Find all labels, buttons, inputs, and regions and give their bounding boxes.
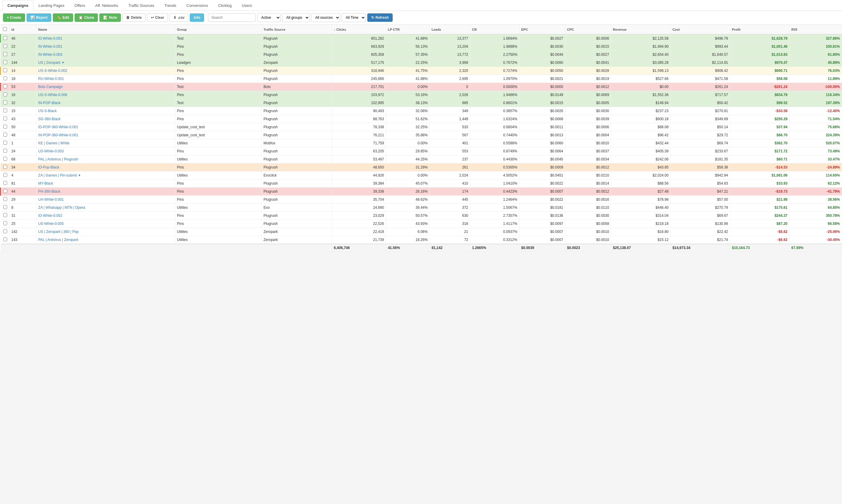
header-leads[interactable]: Leads <box>429 25 470 34</box>
cell-name[interactable]: Bots Campaign <box>36 83 175 91</box>
tab-users[interactable]: Users <box>237 0 257 11</box>
row-checkbox[interactable] <box>3 101 7 104</box>
cell-name[interactable]: US | Zeropark | 360 | Pop <box>36 228 175 236</box>
header-name[interactable]: Name <box>36 25 175 34</box>
cell-name[interactable]: IN-White-0.003 <box>36 51 175 59</box>
row-checkbox[interactable] <box>3 68 7 72</box>
csv-button[interactable]: ⬇ .csv <box>170 14 188 22</box>
row-checkbox[interactable] <box>3 205 7 209</box>
cell-name[interactable]: US-White-0.003 <box>36 147 175 155</box>
cell-name[interactable]: US-S-White-0.002 <box>36 67 175 75</box>
row-checkbox[interactable] <box>3 36 7 40</box>
row-checkbox[interactable] <box>3 141 7 145</box>
row-checkbox[interactable] <box>3 92 7 96</box>
tab-conversions[interactable]: Conversions <box>181 0 213 11</box>
cell-name[interactable]: IN-White-0.001 <box>36 43 175 51</box>
row-checkbox-cell[interactable] <box>1 147 10 155</box>
row-checkbox-cell[interactable] <box>1 220 10 228</box>
info-button[interactable]: Info <box>190 14 204 22</box>
tab-offers[interactable]: Offers <box>70 0 90 11</box>
row-checkbox[interactable] <box>3 125 7 128</box>
row-checkbox-cell[interactable] <box>1 83 10 91</box>
row-checkbox[interactable] <box>3 229 7 233</box>
row-checkbox-cell[interactable] <box>1 139 10 147</box>
row-checkbox[interactable] <box>3 213 7 217</box>
cell-name[interactable]: ZA | Whatsapp | MTN | Opera <box>36 204 175 212</box>
header-clicks[interactable]: ↓ Clicks <box>332 25 386 34</box>
row-checkbox-cell[interactable] <box>1 34 10 43</box>
edit-button[interactable]: ✏️ Edit <box>53 14 73 22</box>
cell-name[interactable]: US-S-Black <box>36 107 175 115</box>
row-checkbox-cell[interactable] <box>1 131 10 139</box>
header-profit[interactable]: Profit <box>730 25 789 34</box>
row-checkbox-cell[interactable] <box>1 204 10 212</box>
cell-name[interactable]: ZA | Games | Pin-submit ✦ <box>36 172 175 180</box>
cell-name[interactable]: MY-Black <box>36 180 175 187</box>
row-checkbox[interactable] <box>3 237 7 241</box>
row-checkbox-cell[interactable] <box>1 67 10 75</box>
tab-trends[interactable]: Trends <box>159 0 181 11</box>
row-checkbox-cell[interactable] <box>1 51 10 59</box>
cell-name[interactable]: SG-360-Black <box>36 115 175 123</box>
note-button[interactable]: 📝 Note <box>99 14 121 22</box>
cell-name[interactable]: ID-POP-360-White-0.001 <box>36 123 175 131</box>
cell-name[interactable]: PAL | Antivirus | Zeropark <box>36 236 175 244</box>
header-group[interactable]: Group <box>175 25 261 34</box>
cell-name[interactable]: ID-Pop-Black <box>36 163 175 172</box>
cell-name[interactable]: IN-POP-Black <box>36 99 175 107</box>
cell-name[interactable]: US-White-0.005 <box>36 220 175 228</box>
tab-landing-pages[interactable]: Landing Pages <box>33 0 70 11</box>
source-dropdown[interactable]: All sources <box>311 13 340 22</box>
row-checkbox-cell[interactable] <box>1 43 10 51</box>
row-checkbox[interactable] <box>3 149 7 153</box>
delete-button[interactable]: 🗑 Delete <box>122 14 146 22</box>
row-checkbox-cell[interactable] <box>1 163 10 172</box>
header-traffic-source[interactable]: Traffic Source <box>262 25 332 34</box>
create-button[interactable]: + Create <box>3 14 25 22</box>
header-checkbox[interactable] <box>1 25 10 34</box>
cell-name[interactable]: KE | Games | White <box>36 139 175 147</box>
tab-aff-networks[interactable]: Aff. Networks <box>90 0 123 11</box>
cell-name[interactable]: ID-White-0.001 <box>36 34 175 43</box>
search-input[interactable] <box>208 14 256 22</box>
header-id[interactable]: id <box>10 25 36 34</box>
cell-name[interactable]: PAL | Antivirus | Plugrush <box>36 155 175 163</box>
header-lp-ctr[interactable]: LP CTR <box>386 25 429 34</box>
row-checkbox[interactable] <box>3 173 7 177</box>
cell-name[interactable]: UA-White-0.001 <box>36 196 175 204</box>
header-cpc[interactable]: CPC <box>565 25 611 34</box>
select-all-checkbox[interactable] <box>3 27 7 31</box>
tab-campaigns[interactable]: Campaigns <box>2 0 33 11</box>
row-checkbox-cell[interactable] <box>1 59 10 67</box>
cell-name[interactable]: ID-White-0.002 <box>36 212 175 220</box>
row-checkbox[interactable] <box>3 133 7 137</box>
row-checkbox[interactable] <box>3 60 7 64</box>
cell-name[interactable]: US | Zeropark ✦ <box>36 59 175 67</box>
row-checkbox[interactable] <box>3 221 7 225</box>
row-checkbox-cell[interactable] <box>1 196 10 204</box>
row-checkbox[interactable] <box>3 197 7 201</box>
tab-clicklog[interactable]: Clicklog <box>213 0 237 11</box>
header-revenue[interactable]: Revenue <box>611 25 670 34</box>
row-checkbox-cell[interactable] <box>1 107 10 115</box>
header-epc[interactable]: EPC <box>519 25 565 34</box>
header-roi[interactable]: ROI <box>789 25 842 34</box>
group-dropdown[interactable]: All groups <box>282 13 310 22</box>
header-cr[interactable]: CR <box>470 25 520 34</box>
refresh-button[interactable]: ↻ Refresh <box>367 14 393 22</box>
row-checkbox-cell[interactable] <box>1 155 10 163</box>
row-checkbox-cell[interactable] <box>1 228 10 236</box>
clear-button[interactable]: ↩ Clear <box>147 14 168 22</box>
row-checkbox[interactable] <box>3 165 7 169</box>
cell-name[interactable]: IN-POP-360-White-0.001 <box>36 131 175 139</box>
row-checkbox-cell[interactable] <box>1 75 10 83</box>
row-checkbox[interactable] <box>3 52 7 56</box>
row-checkbox[interactable] <box>3 76 7 80</box>
status-dropdown[interactable]: Active Paused All <box>257 13 281 22</box>
cell-name[interactable]: RU-White-0.001 <box>36 75 175 83</box>
row-checkbox-cell[interactable] <box>1 236 10 244</box>
row-checkbox-cell[interactable] <box>1 187 10 196</box>
row-checkbox[interactable] <box>3 116 7 121</box>
row-checkbox[interactable] <box>3 157 7 161</box>
row-checkbox[interactable] <box>3 85 7 88</box>
